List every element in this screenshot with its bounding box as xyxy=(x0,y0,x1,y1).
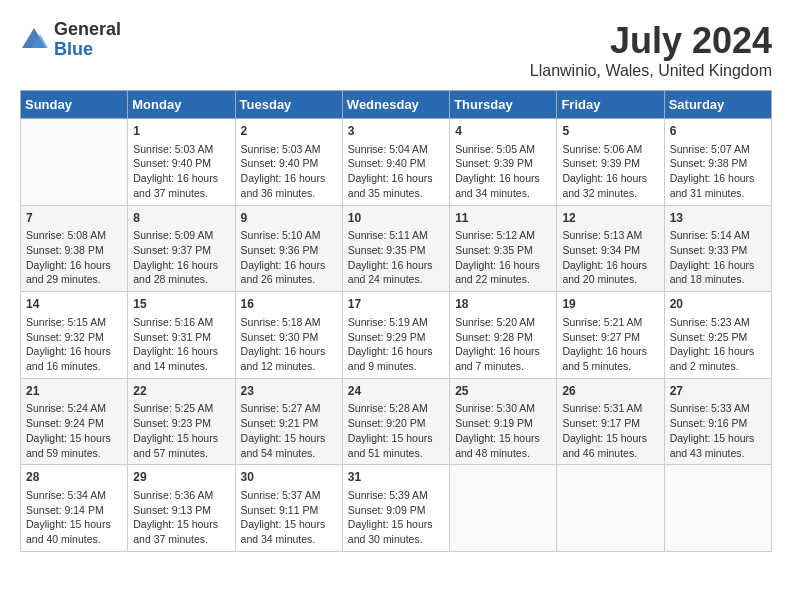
day-info: Sunrise: 5:31 AM Sunset: 9:17 PM Dayligh… xyxy=(562,401,658,460)
week-row-2: 7Sunrise: 5:08 AM Sunset: 9:38 PM Daylig… xyxy=(21,205,772,292)
day-info: Sunrise: 5:05 AM Sunset: 9:39 PM Dayligh… xyxy=(455,142,551,201)
day-number: 5 xyxy=(562,123,658,140)
day-number: 15 xyxy=(133,296,229,313)
calendar-cell: 13Sunrise: 5:14 AM Sunset: 9:33 PM Dayli… xyxy=(664,205,771,292)
header-sunday: Sunday xyxy=(21,91,128,119)
day-info: Sunrise: 5:19 AM Sunset: 9:29 PM Dayligh… xyxy=(348,315,444,374)
day-number: 31 xyxy=(348,469,444,486)
day-info: Sunrise: 5:39 AM Sunset: 9:09 PM Dayligh… xyxy=(348,488,444,547)
day-info: Sunrise: 5:06 AM Sunset: 9:39 PM Dayligh… xyxy=(562,142,658,201)
week-row-3: 14Sunrise: 5:15 AM Sunset: 9:32 PM Dayli… xyxy=(21,292,772,379)
page-header: General Blue July 2024 Llanwinio, Wales,… xyxy=(20,20,772,80)
calendar-subtitle: Llanwinio, Wales, United Kingdom xyxy=(530,62,772,80)
calendar-cell: 10Sunrise: 5:11 AM Sunset: 9:35 PM Dayli… xyxy=(342,205,449,292)
day-number: 27 xyxy=(670,383,766,400)
day-info: Sunrise: 5:23 AM Sunset: 9:25 PM Dayligh… xyxy=(670,315,766,374)
week-row-4: 21Sunrise: 5:24 AM Sunset: 9:24 PM Dayli… xyxy=(21,378,772,465)
calendar-cell xyxy=(450,465,557,552)
day-info: Sunrise: 5:03 AM Sunset: 9:40 PM Dayligh… xyxy=(241,142,337,201)
day-number: 22 xyxy=(133,383,229,400)
day-info: Sunrise: 5:28 AM Sunset: 9:20 PM Dayligh… xyxy=(348,401,444,460)
day-number: 18 xyxy=(455,296,551,313)
day-info: Sunrise: 5:18 AM Sunset: 9:30 PM Dayligh… xyxy=(241,315,337,374)
logo-icon xyxy=(20,26,48,54)
title-block: July 2024 Llanwinio, Wales, United Kingd… xyxy=(530,20,772,80)
calendar-title: July 2024 xyxy=(530,20,772,62)
day-number: 19 xyxy=(562,296,658,313)
day-number: 17 xyxy=(348,296,444,313)
day-number: 26 xyxy=(562,383,658,400)
day-number: 13 xyxy=(670,210,766,227)
day-info: Sunrise: 5:27 AM Sunset: 9:21 PM Dayligh… xyxy=(241,401,337,460)
day-info: Sunrise: 5:21 AM Sunset: 9:27 PM Dayligh… xyxy=(562,315,658,374)
day-info: Sunrise: 5:16 AM Sunset: 9:31 PM Dayligh… xyxy=(133,315,229,374)
day-number: 3 xyxy=(348,123,444,140)
calendar-cell: 7Sunrise: 5:08 AM Sunset: 9:38 PM Daylig… xyxy=(21,205,128,292)
calendar-cell: 21Sunrise: 5:24 AM Sunset: 9:24 PM Dayli… xyxy=(21,378,128,465)
calendar-cell xyxy=(664,465,771,552)
calendar-cell: 4Sunrise: 5:05 AM Sunset: 9:39 PM Daylig… xyxy=(450,119,557,206)
day-info: Sunrise: 5:20 AM Sunset: 9:28 PM Dayligh… xyxy=(455,315,551,374)
header-wednesday: Wednesday xyxy=(342,91,449,119)
day-info: Sunrise: 5:11 AM Sunset: 9:35 PM Dayligh… xyxy=(348,228,444,287)
day-info: Sunrise: 5:08 AM Sunset: 9:38 PM Dayligh… xyxy=(26,228,122,287)
day-info: Sunrise: 5:10 AM Sunset: 9:36 PM Dayligh… xyxy=(241,228,337,287)
day-info: Sunrise: 5:33 AM Sunset: 9:16 PM Dayligh… xyxy=(670,401,766,460)
calendar-cell xyxy=(557,465,664,552)
day-number: 28 xyxy=(26,469,122,486)
day-number: 1 xyxy=(133,123,229,140)
day-number: 23 xyxy=(241,383,337,400)
calendar-cell: 24Sunrise: 5:28 AM Sunset: 9:20 PM Dayli… xyxy=(342,378,449,465)
calendar-cell: 23Sunrise: 5:27 AM Sunset: 9:21 PM Dayli… xyxy=(235,378,342,465)
day-info: Sunrise: 5:12 AM Sunset: 9:35 PM Dayligh… xyxy=(455,228,551,287)
header-monday: Monday xyxy=(128,91,235,119)
header-friday: Friday xyxy=(557,91,664,119)
header-saturday: Saturday xyxy=(664,91,771,119)
calendar-cell: 5Sunrise: 5:06 AM Sunset: 9:39 PM Daylig… xyxy=(557,119,664,206)
day-info: Sunrise: 5:15 AM Sunset: 9:32 PM Dayligh… xyxy=(26,315,122,374)
day-info: Sunrise: 5:36 AM Sunset: 9:13 PM Dayligh… xyxy=(133,488,229,547)
calendar-cell: 2Sunrise: 5:03 AM Sunset: 9:40 PM Daylig… xyxy=(235,119,342,206)
logo-blue-text: Blue xyxy=(54,40,121,60)
day-info: Sunrise: 5:04 AM Sunset: 9:40 PM Dayligh… xyxy=(348,142,444,201)
calendar-cell: 30Sunrise: 5:37 AM Sunset: 9:11 PM Dayli… xyxy=(235,465,342,552)
calendar-cell xyxy=(21,119,128,206)
calendar-cell: 29Sunrise: 5:36 AM Sunset: 9:13 PM Dayli… xyxy=(128,465,235,552)
day-number: 24 xyxy=(348,383,444,400)
calendar-cell: 8Sunrise: 5:09 AM Sunset: 9:37 PM Daylig… xyxy=(128,205,235,292)
calendar-cell: 14Sunrise: 5:15 AM Sunset: 9:32 PM Dayli… xyxy=(21,292,128,379)
calendar-cell: 22Sunrise: 5:25 AM Sunset: 9:23 PM Dayli… xyxy=(128,378,235,465)
week-row-5: 28Sunrise: 5:34 AM Sunset: 9:14 PM Dayli… xyxy=(21,465,772,552)
calendar-cell: 31Sunrise: 5:39 AM Sunset: 9:09 PM Dayli… xyxy=(342,465,449,552)
calendar-cell: 28Sunrise: 5:34 AM Sunset: 9:14 PM Dayli… xyxy=(21,465,128,552)
day-number: 29 xyxy=(133,469,229,486)
day-number: 10 xyxy=(348,210,444,227)
calendar-cell: 20Sunrise: 5:23 AM Sunset: 9:25 PM Dayli… xyxy=(664,292,771,379)
calendar-cell: 27Sunrise: 5:33 AM Sunset: 9:16 PM Dayli… xyxy=(664,378,771,465)
calendar-cell: 26Sunrise: 5:31 AM Sunset: 9:17 PM Dayli… xyxy=(557,378,664,465)
calendar-cell: 16Sunrise: 5:18 AM Sunset: 9:30 PM Dayli… xyxy=(235,292,342,379)
day-number: 25 xyxy=(455,383,551,400)
calendar-cell: 12Sunrise: 5:13 AM Sunset: 9:34 PM Dayli… xyxy=(557,205,664,292)
day-info: Sunrise: 5:07 AM Sunset: 9:38 PM Dayligh… xyxy=(670,142,766,201)
day-number: 12 xyxy=(562,210,658,227)
day-info: Sunrise: 5:03 AM Sunset: 9:40 PM Dayligh… xyxy=(133,142,229,201)
calendar-header-row: SundayMondayTuesdayWednesdayThursdayFrid… xyxy=(21,91,772,119)
calendar-cell: 25Sunrise: 5:30 AM Sunset: 9:19 PM Dayli… xyxy=(450,378,557,465)
day-info: Sunrise: 5:14 AM Sunset: 9:33 PM Dayligh… xyxy=(670,228,766,287)
day-info: Sunrise: 5:24 AM Sunset: 9:24 PM Dayligh… xyxy=(26,401,122,460)
calendar-table: SundayMondayTuesdayWednesdayThursdayFrid… xyxy=(20,90,772,552)
day-number: 20 xyxy=(670,296,766,313)
day-number: 4 xyxy=(455,123,551,140)
calendar-cell: 1Sunrise: 5:03 AM Sunset: 9:40 PM Daylig… xyxy=(128,119,235,206)
day-info: Sunrise: 5:30 AM Sunset: 9:19 PM Dayligh… xyxy=(455,401,551,460)
calendar-cell: 18Sunrise: 5:20 AM Sunset: 9:28 PM Dayli… xyxy=(450,292,557,379)
day-number: 7 xyxy=(26,210,122,227)
day-number: 8 xyxy=(133,210,229,227)
day-number: 21 xyxy=(26,383,122,400)
day-info: Sunrise: 5:13 AM Sunset: 9:34 PM Dayligh… xyxy=(562,228,658,287)
day-info: Sunrise: 5:37 AM Sunset: 9:11 PM Dayligh… xyxy=(241,488,337,547)
calendar-cell: 9Sunrise: 5:10 AM Sunset: 9:36 PM Daylig… xyxy=(235,205,342,292)
week-row-1: 1Sunrise: 5:03 AM Sunset: 9:40 PM Daylig… xyxy=(21,119,772,206)
calendar-cell: 15Sunrise: 5:16 AM Sunset: 9:31 PM Dayli… xyxy=(128,292,235,379)
